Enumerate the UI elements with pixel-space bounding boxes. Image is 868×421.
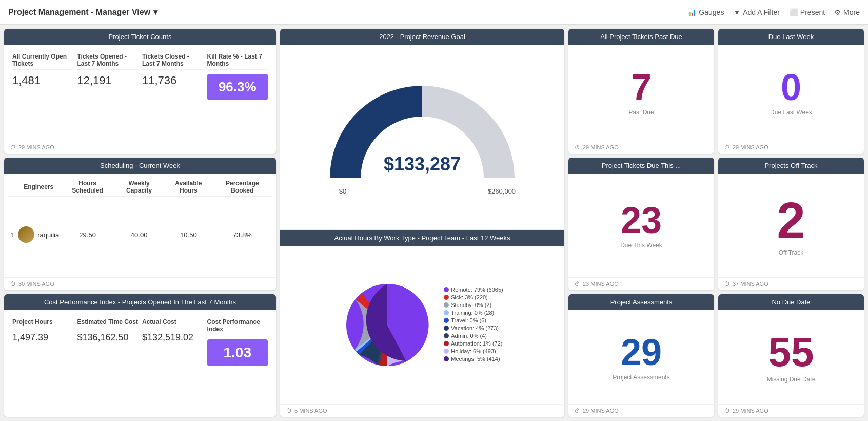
no-due-date-label: Missing Due Date	[767, 376, 816, 383]
legend-standby: Standby: 0% (2)	[444, 302, 503, 308]
gauge-value: $133,287	[384, 154, 461, 175]
title-text: Project Management - Manager View	[8, 8, 150, 17]
legend-vacation: Vacation: 4% (273)	[444, 325, 503, 331]
assessments-header: Project Assessments	[568, 294, 714, 310]
gauges-button[interactable]: 📊 Gauges	[687, 8, 724, 16]
revenue-goal-body: $133,287 $0 $260,000	[280, 45, 564, 229]
assessments-body: 29 Project Assessments	[568, 310, 714, 404]
cpi-col-actual-cost: Actual Cost $132,519.02	[140, 315, 205, 412]
revenue-goal-footer: ⏱ 5 MINS AGO	[280, 404, 564, 417]
ticket-counts-card: Project Ticket Counts All Currently Open…	[4, 29, 276, 154]
sched-col-hours-sched: Hours Scheduled	[61, 178, 114, 197]
ticket-counts-header: Project Ticket Counts	[4, 29, 276, 45]
scheduling-header: Scheduling - Current Week	[4, 158, 276, 174]
table-row: 1 raquilia 29.50 40.00 10.50 73.8%	[8, 196, 272, 273]
filter-icon: ▼	[733, 8, 740, 16]
no-due-date-value: 55	[768, 332, 814, 373]
legend-training: Training: 0% (28)	[444, 310, 503, 316]
no-due-date-card: No Due Date 55 Missing Due Date ⏱ 29 MIN…	[718, 294, 864, 417]
tickets-due-this-label: Due This Week	[620, 242, 662, 249]
due-last-week-value: 0	[781, 69, 801, 106]
ticket-counts-table: All Currently Open Tickets 1,481 Tickets…	[10, 50, 270, 136]
clock-icon-sched: ⏱	[10, 281, 16, 287]
revenue-goal-card: 2022 - Project Revenue Goal $133,287 $0 …	[280, 29, 564, 417]
ticket-col-killrate: Kill Rate % - Last 7 Months 96.3%	[205, 50, 270, 136]
no-due-date-header: No Due Date	[718, 294, 864, 310]
more-button[interactable]: ⚙ More	[834, 8, 860, 16]
gear-icon: ⚙	[834, 8, 841, 16]
avatar	[18, 226, 34, 243]
ticket-col-closed: Tickets Closed - Last 7 Months 11,736	[140, 50, 205, 136]
scheduling-body: Engineers Hours Scheduled Weekly Capacit…	[4, 174, 276, 278]
past-due-footer: ⏱ 29 MINS AGO	[568, 141, 714, 154]
clock-icon-pastdue: ⏱	[575, 144, 580, 150]
svg-text:$260,000: $260,000	[488, 187, 516, 195]
scheduling-card: Scheduling - Current Week Engineers Hour…	[4, 158, 276, 291]
legend-meetings: Meetings: 5% (414)	[444, 356, 503, 362]
ticket-col-open: All Currently Open Tickets 1,481	[10, 50, 75, 136]
svg-text:$0: $0	[339, 187, 346, 195]
gauge-chart: $133,287 $0 $260,000	[325, 70, 520, 204]
cpi-col-est-cost: Estimated Time Cost $136,162.50	[75, 315, 141, 412]
off-track-label: Off Track	[779, 249, 803, 256]
pie-chart	[341, 279, 444, 371]
revenue-goal-header: 2022 - Project Revenue Goal	[280, 29, 564, 45]
dropdown-arrow[interactable]: ▾	[153, 7, 157, 17]
dashboard: Project Ticket Counts All Currently Open…	[0, 25, 868, 421]
assessments-value: 29	[621, 334, 662, 371]
past-due-body: 7 Past Due	[568, 45, 714, 141]
legend-automation: Automation: 1% (72)	[444, 340, 503, 347]
off-track-header: Projects Off Track	[718, 158, 864, 174]
clock-icon: ⏱	[10, 144, 16, 150]
due-last-week-footer: ⏱ 29 MINS AGO	[718, 141, 864, 154]
due-last-week-body: 0 Due Last Week	[718, 45, 864, 141]
legend-travel: Travel: 0% (6)	[444, 317, 503, 323]
tickets-due-this-value: 23	[621, 202, 662, 239]
clock-icon-duelastweek: ⏱	[724, 144, 730, 150]
gauges-icon: 📊	[687, 8, 696, 16]
past-due-header: All Project Tickets Past Due	[568, 29, 714, 45]
header: Project Management - Manager View ▾ 📊 Ga…	[0, 0, 868, 25]
ticket-counts-footer: ⏱ 29 MINS AGO	[4, 141, 276, 154]
sched-col-num	[8, 178, 16, 197]
scheduling-footer: ⏱ 30 MINS AGO	[4, 277, 276, 290]
sched-col-pct-booked: Percentage Booked	[213, 178, 272, 197]
assessments-footer: ⏱ 29 MINS AGO	[568, 404, 714, 417]
clock-icon-assessments: ⏱	[575, 408, 580, 414]
clock-icon-offtrack: ⏱	[724, 281, 730, 287]
due-last-week-label: Due Last Week	[770, 109, 812, 116]
cpi-card: Cost Performance Index - Projects Opened…	[4, 294, 276, 417]
cpi-table: Project Hours 1,497.39 Estimated Time Co…	[10, 315, 270, 412]
cpi-col-hours: Project Hours 1,497.39	[10, 315, 75, 412]
pie-chart-section: Remote: 79% (6065) Sick: 3% (220) Standb…	[280, 246, 564, 405]
header-actions: 📊 Gauges ▼ Add A Filter ⬜ Present ⚙ More	[687, 8, 860, 16]
no-due-date-body: 55 Missing Due Date	[718, 310, 864, 404]
past-due-value: 7	[631, 69, 652, 106]
legend-admin: Admin: 0% (4)	[444, 333, 503, 339]
tickets-due-this-body: 23 Due This Week	[568, 174, 714, 278]
legend-remote: Remote: 79% (6065)	[444, 286, 503, 293]
tickets-due-this-header: Project Tickets Due This ...	[568, 158, 714, 174]
ticket-col-opened: Tickets Opened - Last 7 Months 12,191	[75, 50, 141, 136]
cpi-col-index: Cost Performance Index 1.03	[205, 315, 270, 412]
legend-sick: Sick: 3% (220)	[444, 294, 503, 300]
assessments-card: Project Assessments 29 Project Assessmen…	[568, 294, 714, 417]
past-due-card: All Project Tickets Past Due 7 Past Due …	[568, 29, 714, 154]
off-track-body: 2 Off Track	[718, 174, 864, 278]
sched-col-engineers: Engineers	[16, 178, 61, 197]
clock-icon-ticketsdue: ⏱	[575, 281, 580, 287]
clock-icon-revenue: ⏱	[286, 408, 292, 414]
legend-holiday: Holiday: 6% (493)	[444, 348, 503, 354]
off-track-value: 2	[777, 195, 805, 246]
cpi-body: Project Hours 1,497.39 Estimated Time Co…	[4, 310, 276, 417]
no-due-date-footer: ⏱ 29 MINS AGO	[718, 404, 864, 417]
pie-legend: Remote: 79% (6065) Sick: 3% (220) Standb…	[444, 286, 503, 363]
present-icon: ⬜	[789, 8, 798, 16]
present-button[interactable]: ⬜ Present	[789, 8, 825, 16]
past-due-label: Past Due	[628, 109, 654, 116]
off-track-card: Projects Off Track 2 Off Track ⏱ 37 MINS…	[718, 158, 864, 291]
scheduling-table: Engineers Hours Scheduled Weekly Capacit…	[8, 178, 272, 274]
page-title: Project Management - Manager View ▾	[8, 7, 157, 17]
filter-button[interactable]: ▼ Add A Filter	[733, 8, 779, 16]
tickets-due-this-card: Project Tickets Due This ... 23 Due This…	[568, 158, 714, 291]
